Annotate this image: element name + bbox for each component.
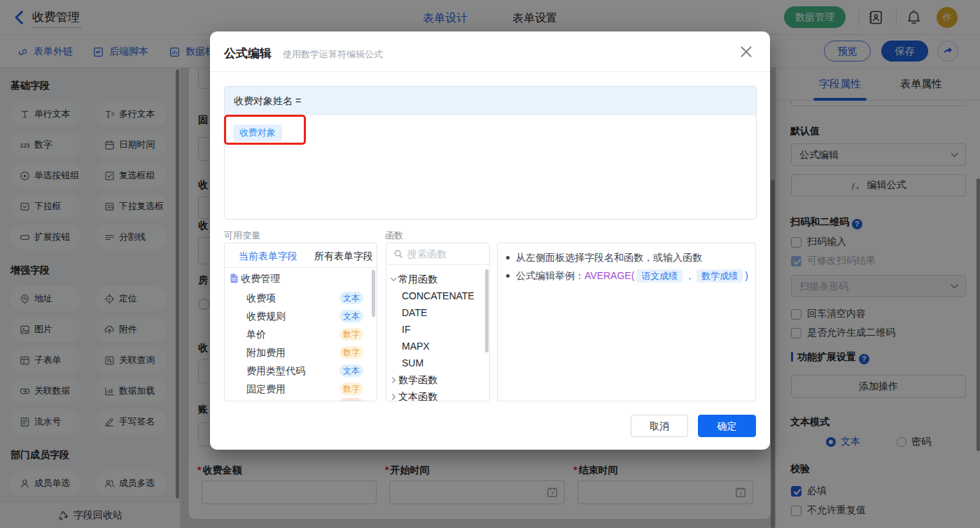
tree-field[interactable]: 收费规则文本 [225,307,377,325]
function-item[interactable]: SUM [386,355,489,371]
confirm-button[interactable]: 确定 [698,415,756,437]
type-tag: 文本 [340,310,363,322]
type-tag: 数字 [340,328,363,341]
help-line-2: 公式编辑举例：AVERAGE(语文成绩，数学成绩) [498,268,755,284]
formula-target: 收费对象姓名 = [225,87,756,115]
cancel-button[interactable]: 取消 [631,415,688,437]
annotation-highlight-box [224,115,306,145]
tab-all-form-fields[interactable]: 所有表单字段 [314,250,373,263]
tree-field[interactable]: 收费项文本 [225,289,377,307]
function-item[interactable]: MAPX [386,338,489,355]
dialog-header: 公式编辑 使用数学运算符编辑公式 [210,31,770,72]
function-group-text[interactable]: 文本函数 [386,388,489,401]
formula-editor: 收费对象姓名 = 收费对象 [224,86,757,220]
function-item[interactable]: CONCATENATE [386,287,489,304]
type-tag: 数字 [340,346,363,359]
function-group-math[interactable]: 数学函数 [386,371,489,388]
variables-panel: 当前表单字段 所有表单字段 收费管理 收费项文本 收费规则文本 单价数字 附加费… [224,243,377,401]
help-line-1: 从左侧面板选择字段名和函数，或输入函数 [498,250,755,265]
type-tag: 文本 [340,364,363,377]
tree-field[interactable]: 附加费用数字 [225,343,377,362]
tab-current-form-fields[interactable]: 当前表单字段 [239,250,298,263]
chevron-right-icon [390,376,398,384]
variables-tabs: 当前表单字段 所有表单字段 [225,243,377,268]
function-search[interactable]: 搜索函数 [386,243,489,265]
close-icon[interactable] [738,44,754,59]
search-placeholder: 搜索函数 [407,248,447,261]
chevron-right-icon [390,393,398,401]
tree-field-partial[interactable] [225,395,377,401]
tree-field[interactable]: 单价数字 [225,325,377,343]
functions-label: 函数 [385,229,403,242]
search-icon [393,249,403,259]
chevron-down-icon [390,276,398,283]
form-file-icon [230,273,239,283]
variables-scrollbar[interactable] [372,270,375,317]
type-tag: 数字 [340,383,363,395]
formula-edit-dialog: 公式编辑 使用数学运算符编辑公式 收费对象姓名 = 收费对象 可用变量 函数 当… [210,31,770,450]
functions-scrollbar[interactable] [485,269,489,352]
tree-field[interactable]: 费用类型代码文本 [225,362,377,380]
example-chip: 数学成绩 [696,269,743,283]
functions-panel: 搜索函数 常用函数 CONCATENATE DATE IF MAPX SUM 数… [386,243,490,401]
help-panel: 从左侧面板选择字段名和函数，或输入函数 公式编辑举例：AVERAGE(语文成绩，… [497,243,756,401]
tree-root[interactable]: 收费管理 [225,269,377,287]
function-group-common[interactable]: 常用函数 [386,271,489,287]
function-item[interactable]: DATE [386,304,489,321]
example-chip: 语文成绩 [636,269,682,283]
type-tag [340,398,363,401]
function-item[interactable]: IF [386,321,489,338]
variables-label: 可用变量 [224,229,260,242]
dialog-title: 公式编辑 [224,45,272,62]
type-tag: 文本 [340,292,363,304]
dialog-subtitle: 使用数学运算符编辑公式 [283,48,383,61]
function-name-highlight: AVERAGE( [584,270,634,281]
app-window: 收费管理 表单设计 表单设置 数据管理 作 表单外链 后端脚本 数据权限 预览 … [0,0,980,528]
